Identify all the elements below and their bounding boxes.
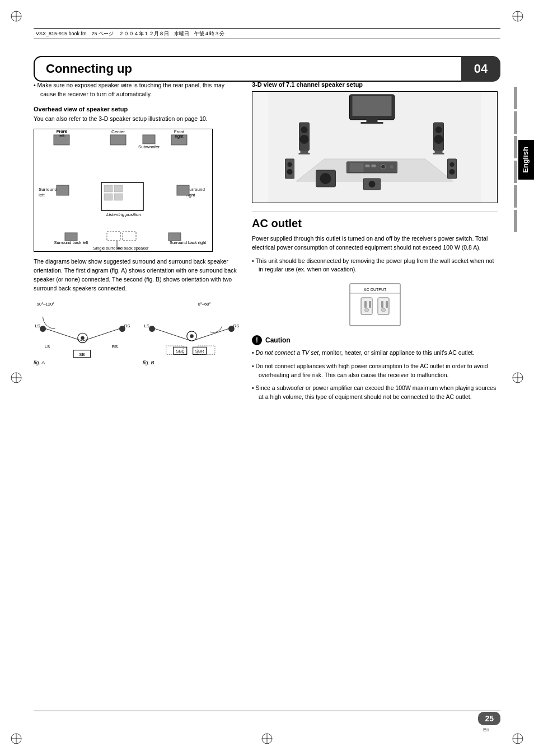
caution-section: ! Caution Do not connect a TV set, monit…	[252, 335, 498, 402]
svg-point-100	[288, 162, 292, 167]
svg-rect-98	[433, 153, 444, 154]
reg-mark-bottom-right	[512, 732, 524, 746]
svg-rect-41	[104, 194, 113, 200]
svg-text:AC OUTPUT: AC OUTPUT	[363, 288, 386, 292]
fig-b: 0°–60° LS RS SBL SBR	[143, 298, 241, 365]
chapter-title-box: Connecting up	[34, 56, 461, 82]
svg-rect-92	[301, 151, 308, 153]
svg-rect-44	[65, 233, 77, 241]
reg-mark-bottom-left	[10, 732, 22, 746]
svg-text:Single surround back speaker: Single surround back speaker	[93, 246, 149, 251]
svg-point-106	[320, 173, 331, 184]
caution-item-1-em: Do not connect a TV set	[256, 349, 319, 356]
svg-point-101	[287, 169, 293, 175]
svg-text:Subwoofer: Subwoofer	[138, 144, 160, 149]
svg-point-81	[190, 335, 194, 339]
main-content: Make sure no exposed speaker wire is tou…	[34, 81, 498, 711]
svg-point-90	[301, 126, 308, 133]
svg-text:RS: RS	[233, 324, 240, 329]
caution-icon: !	[252, 335, 262, 345]
svg-line-59	[46, 329, 82, 341]
svg-point-55	[40, 326, 46, 332]
svg-point-66	[81, 336, 85, 340]
svg-rect-25	[110, 135, 126, 145]
chapter-number-box: 04	[461, 56, 500, 82]
svg-rect-123	[381, 301, 383, 308]
fig-a-label: fig. A	[34, 360, 45, 365]
svg-rect-88	[361, 122, 383, 124]
page-lang: En	[483, 727, 489, 732]
svg-rect-30	[143, 135, 155, 144]
caution-item-2: Do not connect appliances with high powe…	[252, 362, 498, 380]
bullet-speaker-wire: Make sure no exposed speaker wire is tou…	[34, 81, 241, 99]
reg-mark-top-right	[512, 10, 524, 24]
svg-point-114	[390, 165, 394, 168]
svg-line-72	[155, 329, 191, 341]
svg-rect-46	[123, 232, 136, 241]
svg-rect-99	[285, 159, 294, 179]
ac-outlet-text: Power supplied through this outlet is tu…	[252, 234, 498, 252]
svg-rect-110	[350, 163, 364, 172]
svg-point-113	[381, 165, 386, 169]
overhead-speaker-diagram: Front Front left Center Front right Subw…	[34, 129, 213, 252]
ac-outlet-svg: AC OUTPUT	[347, 281, 403, 328]
left-column: Make sure no exposed speaker wire is tou…	[34, 81, 241, 711]
svg-rect-37	[177, 185, 189, 195]
side-bars-right	[514, 87, 517, 700]
svg-text:SBL: SBL	[176, 349, 184, 354]
svg-line-73	[192, 329, 228, 341]
svg-text:Surround back  left: Surround back left	[54, 240, 89, 245]
fig-b-label: fig. B	[143, 360, 154, 365]
svg-point-95	[435, 126, 442, 133]
caution-title: ! Caution	[252, 335, 498, 345]
svg-rect-102	[448, 159, 457, 179]
fig-b-svg: 0°–60° LS RS SBL SBR	[143, 298, 241, 365]
svg-text:Listening position: Listening position	[106, 212, 141, 217]
speaker-3d-title: 3-D view of 7.1 channel speaker setup	[252, 81, 498, 88]
ac-outlet-section: AC outlet Power supplied through this ou…	[252, 211, 498, 328]
header-file-info: VSX_815-915.book.fm 25 ページ ２００４年１２月８日 水曜…	[36, 30, 224, 37]
svg-text:RS: RS	[124, 324, 130, 329]
svg-text:LS: LS	[35, 324, 40, 329]
svg-rect-87	[367, 119, 378, 122]
fig-container: 90°–120° LS RS LS RS SB	[34, 298, 241, 365]
svg-rect-86	[353, 96, 392, 116]
speaker-3d-svg	[252, 92, 497, 203]
reg-mark-top-left	[10, 10, 22, 24]
chapter-title: Connecting up	[46, 62, 132, 76]
svg-text:left: left	[59, 133, 65, 138]
svg-rect-112	[372, 165, 376, 167]
svg-text:Center: Center	[111, 129, 125, 134]
svg-rect-120	[369, 301, 371, 308]
page-number: 25	[485, 714, 494, 723]
svg-rect-124	[386, 301, 388, 308]
ac-outlet-bullet: This unit should be disconnected by remo…	[252, 257, 498, 275]
chapter-number: 04	[474, 62, 488, 76]
svg-point-104	[449, 169, 455, 175]
svg-text:SBR: SBR	[195, 349, 204, 354]
svg-text:left: left	[39, 192, 45, 198]
page-number-box: 25	[478, 712, 500, 725]
reg-mark-bottom-center	[261, 732, 273, 746]
svg-rect-39	[104, 185, 113, 192]
fig-a: 90°–120° LS RS LS RS SB	[34, 298, 132, 365]
svg-point-103	[450, 162, 455, 167]
svg-rect-97	[435, 151, 443, 153]
right-column: 3-D view of 7.1 channel speaker setup	[252, 81, 498, 711]
svg-text:Surround back  right: Surround back right	[170, 240, 207, 245]
svg-rect-40	[114, 185, 123, 192]
svg-text:Surround: Surround	[39, 187, 57, 192]
chapter-header: Connecting up 04	[34, 56, 500, 82]
caution-item-3: Since a subwoofer or power amplifier can…	[252, 384, 498, 402]
header-bar: VSX_815-915.book.fm 25 ページ ２００４年１２月８日 水曜…	[34, 28, 500, 39]
svg-point-68	[149, 326, 155, 332]
svg-point-108	[369, 181, 376, 187]
svg-text:RS: RS	[112, 345, 118, 350]
ac-outlet-title: AC outlet	[252, 211, 498, 230]
english-tab: English	[518, 140, 534, 180]
overhead-title: Overhead view of speaker setup	[34, 106, 241, 112]
speaker-3d-diagram	[252, 91, 498, 203]
reg-mark-left	[10, 372, 22, 385]
svg-rect-42	[114, 194, 123, 200]
svg-line-60	[83, 329, 119, 341]
